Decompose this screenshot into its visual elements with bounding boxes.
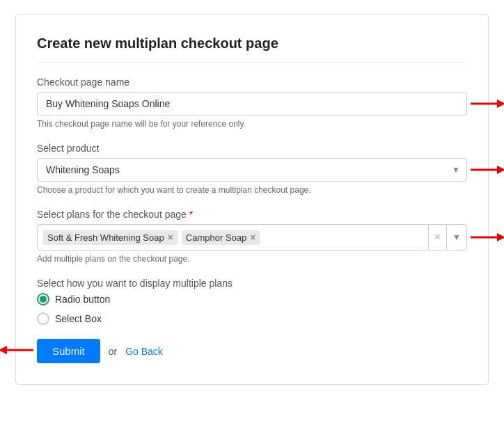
tag-close-camphor-soap[interactable]: ×: [250, 232, 255, 242]
product-select[interactable]: Whitening Soaps Other Product: [37, 158, 467, 182]
plans-hint: Add multiple plans on the checkout page.: [37, 254, 467, 264]
multiselect-controls: × ▼: [428, 225, 466, 250]
svg-marker-3: [497, 166, 504, 174]
product-group: Select product Whitening Soaps Other Pro…: [37, 143, 467, 195]
radio-button-indicator: [37, 293, 49, 305]
arrow-submit: [0, 343, 33, 360]
select-box-indicator: [37, 312, 49, 325]
plans-label: Select plans for the checkout page *: [37, 209, 467, 220]
radio-option-select-box[interactable]: Select Box: [37, 312, 467, 325]
tag-label: Soft & Fresh Whitening Soap: [47, 232, 164, 243]
required-indicator: *: [189, 209, 193, 220]
product-label: Select product: [37, 143, 467, 154]
go-back-link[interactable]: Go Back: [125, 346, 163, 357]
display-group: Select how you want to display multiple …: [37, 278, 467, 325]
select-box-label: Select Box: [55, 313, 102, 324]
tag-label: Camphor Soap: [186, 232, 246, 243]
or-text: or: [109, 346, 117, 357]
checkout-name-label: Checkout page name: [37, 77, 467, 88]
svg-marker-1: [497, 100, 504, 108]
tag-camphor-soap[interactable]: Camphor Soap ×: [182, 230, 260, 245]
multiselect-clear-button[interactable]: ×: [429, 225, 446, 250]
arrow-product: [471, 163, 504, 177]
plans-multiselect[interactable]: Soft & Fresh Whitening Soap × Camphor So…: [37, 224, 467, 251]
checkout-name-group: Checkout page name This checkout page na…: [37, 77, 467, 129]
page-title: Create new multiplan checkout page: [37, 35, 467, 63]
display-label: Select how you want to display multiple …: [37, 278, 467, 289]
radio-button-label: Radio button: [55, 294, 110, 305]
tag-soft-soap[interactable]: Soft & Fresh Whitening Soap ×: [43, 230, 178, 245]
submit-button[interactable]: Submit: [37, 339, 100, 363]
form-actions: Submit or Go Back: [37, 339, 467, 363]
radio-option-radio-button[interactable]: Radio button: [37, 293, 467, 305]
tag-close-soft-soap[interactable]: ×: [168, 232, 173, 242]
display-radio-group: Radio button Select Box: [37, 293, 467, 325]
radio-button-fill: [40, 296, 47, 303]
checkout-name-input[interactable]: [37, 92, 467, 116]
arrow-plans: [471, 230, 504, 244]
arrow-checkout-name: [471, 97, 504, 111]
svg-marker-7: [0, 346, 7, 354]
svg-marker-5: [497, 233, 504, 241]
product-hint: Choose a product for which you want to c…: [37, 185, 467, 195]
checkout-name-hint: This checkout page name will be for your…: [37, 119, 467, 129]
multiselect-dropdown-button[interactable]: ▼: [446, 225, 466, 250]
plans-group: Select plans for the checkout page * Sof…: [37, 209, 467, 264]
